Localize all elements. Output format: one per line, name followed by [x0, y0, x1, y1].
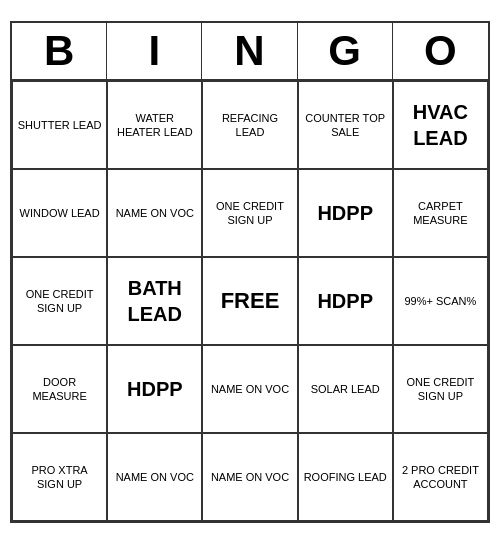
cell-9: CARPET MEASURE [393, 169, 488, 257]
cell-12: FREE [202, 257, 297, 345]
cell-0: SHUTTER LEAD [12, 81, 107, 169]
cell-7: ONE CREDIT SIGN UP [202, 169, 297, 257]
cell-13: HDPP [298, 257, 393, 345]
cell-2: REFACING LEAD [202, 81, 297, 169]
header-letter-b: B [12, 23, 107, 79]
cell-18: SOLAR LEAD [298, 345, 393, 433]
cell-16: HDPP [107, 345, 202, 433]
cell-20: PRO XTRA SIGN UP [12, 433, 107, 521]
cell-11: BATH LEAD [107, 257, 202, 345]
cell-24: 2 PRO CREDIT ACCOUNT [393, 433, 488, 521]
cell-15: DOOR MEASURE [12, 345, 107, 433]
cell-6: NAME ON VOC [107, 169, 202, 257]
cell-14: 99%+ SCAN% [393, 257, 488, 345]
header-letter-o: O [393, 23, 488, 79]
cell-5: WINDOW LEAD [12, 169, 107, 257]
cell-8: HDPP [298, 169, 393, 257]
cell-3: COUNTER TOP SALE [298, 81, 393, 169]
header-letter-i: I [107, 23, 202, 79]
cell-1: WATER HEATER LEAD [107, 81, 202, 169]
header-letter-g: G [298, 23, 393, 79]
bingo-header: BINGO [12, 23, 488, 81]
cell-10: ONE CREDIT SIGN UP [12, 257, 107, 345]
cell-4: HVAC LEAD [393, 81, 488, 169]
bingo-grid: SHUTTER LEADWATER HEATER LEADREFACING LE… [12, 81, 488, 521]
bingo-card: BINGO SHUTTER LEADWATER HEATER LEADREFAC… [10, 21, 490, 523]
header-letter-n: N [202, 23, 297, 79]
cell-23: ROOFING LEAD [298, 433, 393, 521]
cell-21: NAME ON VOC [107, 433, 202, 521]
cell-17: NAME ON VOC [202, 345, 297, 433]
cell-19: ONE CREDIT SIGN UP [393, 345, 488, 433]
cell-22: NAME ON VOC [202, 433, 297, 521]
